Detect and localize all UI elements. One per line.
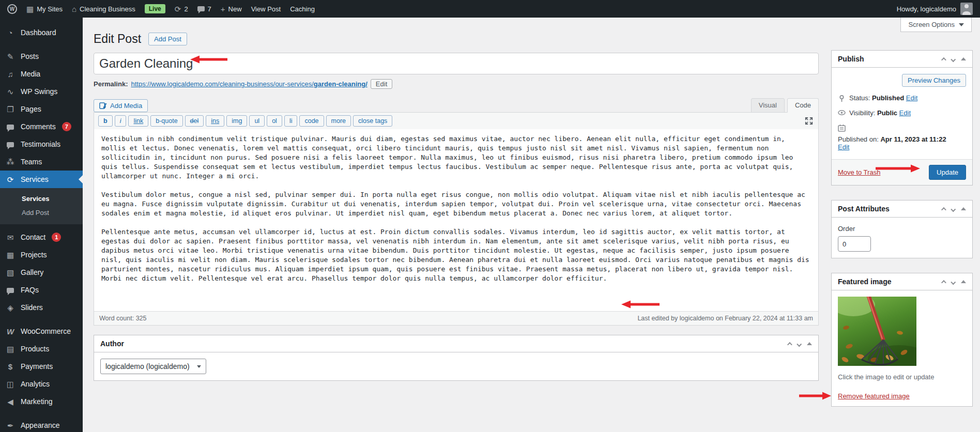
sidebar-item-services[interactable]: ⟳ Services	[0, 171, 83, 188]
tab-visual[interactable]: Visual	[751, 98, 785, 113]
home-icon: ⌂	[72, 5, 76, 13]
wp-swings-icon: ∿	[5, 88, 16, 96]
sidebar-item-pages[interactable]: ❐ Pages	[0, 100, 83, 118]
published-on-value: Apr 11, 2023 at 11:22	[880, 135, 946, 143]
comments-menu[interactable]: 7	[197, 5, 211, 13]
move-up-icon[interactable]	[941, 57, 946, 62]
visibility-value: Public	[877, 109, 897, 117]
visibility-eye-icon	[838, 110, 846, 116]
caching-menu[interactable]: Caching	[290, 5, 315, 13]
sidebar-item-analytics[interactable]: ◫ Analytics	[0, 375, 83, 393]
sidebar-item-sliders[interactable]: ◈ Sliders	[0, 299, 83, 316]
move-down-icon[interactable]	[951, 280, 956, 285]
li-button[interactable]: li	[284, 115, 298, 127]
submenu-item-add-post[interactable]: Add Post	[0, 206, 83, 220]
add-media-label: Add Media	[110, 102, 142, 110]
annotation-arrow-remove-featured	[798, 391, 832, 400]
ul-button[interactable]: ul	[249, 115, 265, 127]
published-edit-link[interactable]: Edit	[838, 143, 849, 151]
toggle-panel-icon[interactable]	[807, 342, 812, 345]
sidebar-item-contact[interactable]: ✉ Contact 1	[0, 228, 83, 246]
analytics-icon: ◫	[5, 380, 16, 388]
blockquote-button[interactable]: b-quote	[150, 115, 182, 127]
move-down-icon[interactable]	[951, 207, 956, 212]
fullscreen-expand-icon[interactable]	[805, 117, 813, 127]
avatar[interactable]	[960, 3, 973, 15]
preview-changes-button[interactable]: Preview Changes	[902, 74, 966, 87]
products-icon: ▤	[5, 345, 16, 353]
submenu-item-services[interactable]: Services	[0, 192, 83, 206]
featured-image-thumbnail[interactable]	[838, 297, 916, 366]
move-down-icon[interactable]	[951, 57, 956, 62]
word-count-value: 325	[136, 315, 147, 322]
toggle-panel-icon[interactable]	[961, 207, 966, 210]
sidebar-item-media[interactable]: ♫ Media	[0, 65, 83, 83]
new-content-menu[interactable]: + New	[221, 5, 242, 13]
caching-label: Caching	[290, 5, 315, 13]
marketing-icon: ◀	[5, 398, 16, 406]
toggle-panel-icon[interactable]	[961, 280, 966, 283]
sidebar-item-label: Teams	[21, 158, 42, 166]
editor-mode-tabs: Visual Code	[748, 98, 819, 113]
permalink-link[interactable]: https://www.logicaldemo.com/cleaning-bus…	[131, 80, 367, 88]
close-tags-button[interactable]: close tags	[353, 115, 392, 127]
sidebar-item-testimonials[interactable]: Testimonials	[0, 135, 83, 153]
sidebar-item-posts[interactable]: ✎ Posts	[0, 48, 83, 65]
status-edit-link[interactable]: Edit	[906, 94, 917, 102]
updates-menu[interactable]: ⟳ 2	[175, 5, 188, 13]
add-post-button[interactable]: Add Post	[148, 33, 187, 45]
word-count: Word count: 325	[99, 315, 147, 322]
img-button[interactable]: img	[226, 115, 247, 127]
sidebar-item-teams[interactable]: ⁂ Teams	[0, 153, 83, 171]
move-up-icon[interactable]	[941, 207, 946, 212]
order-input[interactable]	[838, 236, 871, 252]
updates-count: 2	[184, 5, 188, 13]
post-content-textarea[interactable]: Vestibulum in nibh condimentum velit tri…	[94, 129, 818, 311]
sidebar-item-payments[interactable]: $ Payments	[0, 358, 83, 375]
tab-code[interactable]: Code	[787, 98, 819, 113]
new-label: New	[228, 5, 242, 13]
sidebar-item-marketing[interactable]: ◀ Marketing	[0, 393, 83, 410]
status-pin-icon	[838, 95, 846, 102]
sidebar-item-dashboard[interactable]: ◔ Dashboard	[0, 24, 83, 41]
update-button[interactable]: Update	[929, 165, 966, 180]
sidebar-item-wp-swings[interactable]: ∿ WP Swings	[0, 83, 83, 100]
sidebar-item-appearance[interactable]: ✒ Appearance	[0, 416, 83, 432]
comments-count-badge: 7	[62, 122, 71, 131]
howdy-account-menu[interactable]: Howdy, logicaldemo	[897, 5, 956, 13]
del-button[interactable]: del	[185, 115, 204, 127]
remove-featured-image-link[interactable]: Remove featured image	[838, 392, 910, 400]
contact-count-badge: 1	[52, 233, 61, 242]
ol-button[interactable]: ol	[267, 115, 282, 127]
my-sites-menu[interactable]: ▦ My Sites	[26, 5, 63, 13]
ins-button[interactable]: ins	[206, 115, 224, 127]
wordpress-logo-icon[interactable]: W	[7, 4, 17, 14]
sidebar-item-label: Projects	[21, 251, 47, 259]
content-area: Screen Options Edit Post Add Post Permal…	[83, 18, 980, 432]
permalink-url: https://www.logicaldemo.com/cleaning-bus…	[131, 80, 313, 88]
add-media-button[interactable]: Add Media	[94, 99, 148, 112]
screen-options-button[interactable]: Screen Options	[900, 18, 972, 32]
permalink-edit-button[interactable]: Edit	[371, 79, 392, 89]
visibility-edit-link[interactable]: Edit	[899, 109, 911, 117]
main-column: Edit Post Add Post Permalink: https://ww…	[94, 32, 819, 395]
move-down-icon[interactable]	[797, 342, 802, 347]
link-button[interactable]: link	[128, 115, 148, 127]
view-post-link[interactable]: View Post	[251, 5, 281, 13]
sidebar-item-label: Products	[21, 345, 49, 353]
author-select[interactable]: logicaldemo (logicaldemo)	[100, 359, 206, 374]
sidebar-item-comments[interactable]: Comments 7	[0, 118, 83, 135]
sidebar-item-projects[interactable]: ▦ Projects	[0, 246, 83, 264]
toggle-panel-icon[interactable]	[961, 57, 966, 60]
italic-button[interactable]: i	[115, 115, 127, 127]
bold-button[interactable]: b	[98, 115, 113, 127]
site-name-menu[interactable]: ⌂ Cleaning Business	[72, 5, 135, 13]
sidebar-item-woocommerce[interactable]: W WooCommerce	[0, 322, 83, 340]
move-up-icon[interactable]	[787, 342, 792, 347]
code-button[interactable]: code	[299, 115, 324, 127]
sidebar-item-faqs[interactable]: FAQs	[0, 281, 83, 299]
sidebar-item-gallery[interactable]: ▧ Gallery	[0, 264, 83, 281]
more-button[interactable]: more	[326, 115, 351, 127]
sidebar-item-products[interactable]: ▤ Products	[0, 340, 83, 358]
move-up-icon[interactable]	[941, 280, 946, 285]
